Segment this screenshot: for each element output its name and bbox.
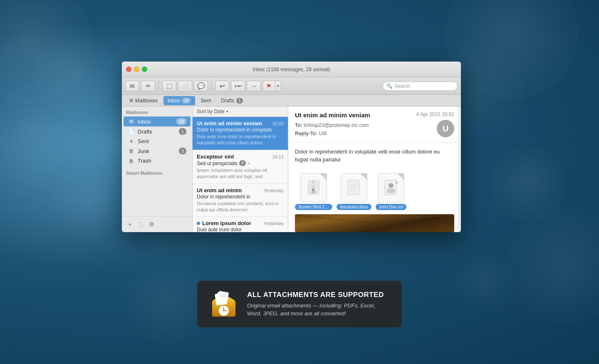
sidebar-section-mailboxes: Mailboxes <box>122 106 192 116</box>
tab-bar: ⊞ Mailboxes Inbox 29 Sent Drafts 1 <box>122 95 461 106</box>
attachment-2[interactable]: document.docx <box>337 173 371 210</box>
attachment-1[interactable]: ZIP Screen Shot 2015-04-04 at 19.27.54.z… <box>295 173 332 210</box>
vcf-icon: @ <box>384 180 398 196</box>
title-bar: Inbox (1168 messages, 29 unread) <box>122 62 461 77</box>
sidebar-item-drafts[interactable]: 📄 Drafts 1 <box>124 126 191 136</box>
junk-button[interactable]: 💬 <box>194 81 208 92</box>
sidebar-settings-button[interactable]: ⚙ <box>147 220 156 229</box>
email-item-1[interactable]: Ut enim ad minim veniam 20:02 Dolor in r… <box>193 117 288 150</box>
sent-icon: ✈ <box>128 139 135 144</box>
detail-body: Dolor in reprehenderit in voluptate veli… <box>288 143 461 169</box>
drafts-icon: 📄 <box>128 128 135 135</box>
tab-inbox[interactable]: Inbox 29 <box>163 96 195 105</box>
sidebar-drafts-label: Drafts <box>138 129 152 135</box>
attachment-3[interactable]: @ John Doe.vcf <box>376 173 406 210</box>
attachments-area: ZIP Screen Shot 2015-04-04 at 19.27.54.z… <box>288 169 461 214</box>
delete-button[interactable]: ⬜ <box>178 81 192 92</box>
edit-icon: ✏ <box>146 83 151 89</box>
junk-icon: 💬 <box>197 82 205 90</box>
svg-point-31 <box>223 310 225 312</box>
sidebar: Mailboxes ✉ Inbox 29 📄 Drafts 1 ✈ Sent 🗑… <box>122 106 193 232</box>
email-3-preview: Occaecat cupidatat non proident, sunt in… <box>197 201 284 213</box>
email-item-2-header: Excepteur sint 16:11 <box>197 154 284 160</box>
sidebar-footer: + ⬚ ⚙ <box>122 216 192 232</box>
preview-image-svg <box>295 214 454 232</box>
new-message-button[interactable]: ✉ <box>125 81 139 92</box>
svg-text:@: @ <box>396 181 398 184</box>
sidebar-smart-mailboxes-label: Smart Mailboxes <box>122 166 192 177</box>
tab-drafts-badge: 1 <box>236 98 243 104</box>
archive-icon: ⬚ <box>166 82 173 90</box>
svg-rect-2 <box>312 183 314 185</box>
sidebar-mailbox-button[interactable]: ⬚ <box>136 220 145 229</box>
email-item-2[interactable]: Excepteur sint 16:11 Sed ut perspiciatis… <box>193 150 288 184</box>
sidebar-item-sent[interactable]: ✈ Sent <box>124 136 191 146</box>
reply-button[interactable]: ↩ <box>215 81 229 92</box>
scrollbar[interactable] <box>458 106 461 232</box>
forward-button[interactable]: → <box>247 81 261 92</box>
mail-app-icon-svg <box>209 289 239 319</box>
email-1-time: 20:02 <box>272 121 284 126</box>
email-3-sender: Ut enim ad minim <box>197 187 242 193</box>
toolbar-separator-1 <box>158 81 159 91</box>
sidebar-inbox-badge: 29 <box>176 118 186 125</box>
email-2-badge: 8 <box>239 160 246 166</box>
sidebar-add-button[interactable]: + <box>125 220 134 229</box>
email-1-sender: Ut enim ad minim veniam <box>197 120 262 126</box>
sidebar-trash-label: Trash <box>138 158 151 164</box>
tab-drafts-label: Drafts <box>221 98 234 104</box>
reply-all-button[interactable]: ↩↩ <box>231 81 245 92</box>
flag-icon: ⚑ <box>266 83 272 89</box>
email-2-subject: Sed ut perspiciatis <box>197 161 238 166</box>
reply-all-icon: ↩↩ <box>235 83 241 89</box>
sidebar-inbox-label: Inbox <box>138 119 151 125</box>
archive-button[interactable]: ⬚ <box>162 81 176 92</box>
file-fold-icon-2 <box>360 173 367 180</box>
email-2-preview: Ipsam voluptatem quia voluptas sit asper… <box>197 167 284 180</box>
email-4-sender: Lorem ipsum dolor <box>202 220 251 226</box>
email-3-time: Yesterday <box>263 188 284 193</box>
tab-mailboxes[interactable]: ⊞ Mailboxes <box>125 96 162 105</box>
email-1-subject: Dolor in reprehenderit in voluptate <box>197 127 284 133</box>
email-item-4[interactable]: Lorem ipsum dolor Yesterday Duis aute ir… <box>193 217 288 232</box>
svg-point-11 <box>389 183 394 188</box>
attachment-3-icon: @ <box>378 173 404 202</box>
email-4-subject: Duis aute irure dolor <box>197 227 284 232</box>
email-2-arrow: » <box>248 161 250 166</box>
attachment-2-icon <box>341 173 367 202</box>
file-fold-icon <box>320 173 327 180</box>
email-4-time: Yesterday <box>263 221 284 226</box>
close-button[interactable] <box>126 67 131 72</box>
tab-drafts[interactable]: Drafts 1 <box>217 96 247 105</box>
sort-chevron-icon: ▾ <box>226 109 228 114</box>
search-icon: 🔍 <box>386 83 393 89</box>
flag-dropdown-button[interactable]: ▾ <box>275 81 281 92</box>
window-title: Inbox (1168 messages, 29 unread) <box>252 67 330 72</box>
docx-icon <box>347 180 361 196</box>
sidebar-item-inbox[interactable]: ✉ Inbox 29 <box>124 116 191 126</box>
trash-icon: ⬜ <box>182 83 188 89</box>
minimize-button[interactable] <box>134 67 139 72</box>
banner-text: ALL ATTACHMENTS ARE SUPPORTED Original e… <box>247 291 390 318</box>
maximize-button[interactable] <box>142 67 147 72</box>
sort-header[interactable]: Sort by Date ▾ <box>193 106 288 117</box>
compose-button[interactable]: ✏ <box>141 81 155 92</box>
sidebar-item-junk[interactable]: 🗑 Junk 3 <box>124 146 191 156</box>
sidebar-item-trash[interactable]: 🗑 Trash <box>124 156 191 166</box>
sidebar-junk-label: Junk <box>138 148 149 154</box>
banner-title: ALL ATTACHMENTS ARE SUPPORTED <box>247 291 390 299</box>
sort-label: Sort by Date <box>197 109 225 114</box>
svg-rect-1 <box>312 181 314 183</box>
svg-rect-12 <box>387 189 395 193</box>
svg-rect-24 <box>217 291 229 304</box>
attachment-3-label: John Doe.vcf <box>376 204 406 210</box>
main-area: Mailboxes ✉ Inbox 29 📄 Drafts 1 ✈ Sent 🗑… <box>122 106 461 232</box>
search-box[interactable]: 🔍 Search <box>383 82 458 91</box>
email-item-3[interactable]: Ut enim ad minim Yesterday Dolor in repr… <box>193 184 288 217</box>
tab-sent[interactable]: Sent <box>197 96 215 105</box>
flag-button[interactable]: ⚑ <box>262 81 275 92</box>
tab-inbox-label: Inbox <box>168 98 180 104</box>
email-list: Sort by Date ▾ Ut enim ad minim veniam 2… <box>193 106 288 232</box>
svg-rect-6 <box>348 180 359 195</box>
email-2-time: 16:11 <box>272 154 284 159</box>
